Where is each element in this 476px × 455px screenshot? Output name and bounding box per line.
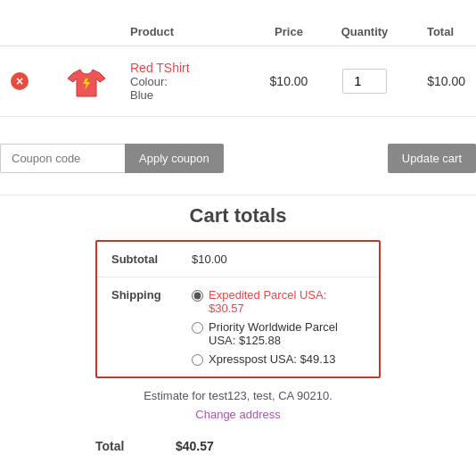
change-address-link[interactable]: Change address <box>195 408 280 421</box>
update-cart-button[interactable]: Update cart <box>388 144 476 173</box>
shipping-option: Priority Worldwide Parcel USA: $125.88 <box>192 320 365 347</box>
coupon-section: Apply coupon <box>0 144 224 173</box>
apply-coupon-button[interactable]: Apply coupon <box>125 144 224 173</box>
product-thumbnail <box>64 59 109 103</box>
total-final-row: Total $40.57 <box>95 428 381 455</box>
cart-actions: Apply coupon Update cart <box>0 135 476 195</box>
quantity-input[interactable] <box>342 69 387 94</box>
product-name-cell: Red TShirt Colour: Blue <box>119 46 253 117</box>
shipping-radio[interactable] <box>192 290 203 302</box>
price-cell: $10.00 <box>253 46 324 117</box>
total-final-value: $40.57 <box>176 439 214 453</box>
subtotal-row: Subtotal $10.00 <box>97 242 379 277</box>
col-header-product: Product <box>119 18 253 46</box>
shipping-option-label: Expedited Parcel USA: $30.57 <box>209 288 365 315</box>
shipping-radio[interactable] <box>192 354 203 366</box>
shipping-option-link[interactable]: Expedited Parcel USA: $30.57 <box>209 288 326 315</box>
col-header-price: Price <box>253 18 324 46</box>
quantity-cell <box>324 46 405 117</box>
subtotal-label: Subtotal <box>111 252 192 266</box>
totals-box: Subtotal $10.00 Shipping Expedited Parce… <box>95 240 381 378</box>
shipping-option: Xpresspost USA: $49.13 <box>192 352 365 366</box>
col-header-total: Total <box>405 18 476 46</box>
table-row: × Red TShirt Colour: Blue <box>0 46 476 117</box>
subtotal-value: $10.00 <box>192 252 227 266</box>
shipping-row: Shipping Expedited Parcel USA: $30.57Pri… <box>97 277 379 376</box>
col-header-remove <box>0 18 53 46</box>
shipping-option-label: Priority Worldwide Parcel USA: $125.88 <box>209 320 365 347</box>
cart-totals-title: Cart totals <box>190 204 287 228</box>
colour-label: Colour: <box>130 75 242 88</box>
estimate-text: Estimate for test123, test, CA 90210. <box>144 389 332 402</box>
remove-cell: × <box>0 46 53 117</box>
tshirt-image <box>66 61 107 102</box>
shipping-options: Expedited Parcel USA: $30.57Priority Wor… <box>192 288 365 366</box>
product-colour: Colour: Blue <box>130 75 242 102</box>
shipping-option: Expedited Parcel USA: $30.57 <box>192 288 365 315</box>
shipping-radio[interactable] <box>192 322 203 334</box>
thumbnail-cell <box>53 46 119 117</box>
product-name-link[interactable]: Red TShirt <box>130 61 190 75</box>
coupon-input[interactable] <box>0 144 125 173</box>
col-header-thumbnail <box>53 18 119 46</box>
remove-button[interactable]: × <box>11 72 29 90</box>
total-cell: $10.00 <box>405 46 476 117</box>
shipping-label: Shipping <box>111 288 192 366</box>
col-header-quantity: Quantity <box>324 18 405 46</box>
shipping-option-label: Xpresspost USA: $49.13 <box>209 352 335 366</box>
cart-table: Product Price Quantity Total × <box>0 18 476 117</box>
total-final-label: Total <box>95 439 176 453</box>
cart-totals-section: Cart totals Subtotal $10.00 Shipping Exp… <box>0 204 476 455</box>
remove-icon: × <box>11 72 29 90</box>
colour-value: Blue <box>130 88 242 102</box>
